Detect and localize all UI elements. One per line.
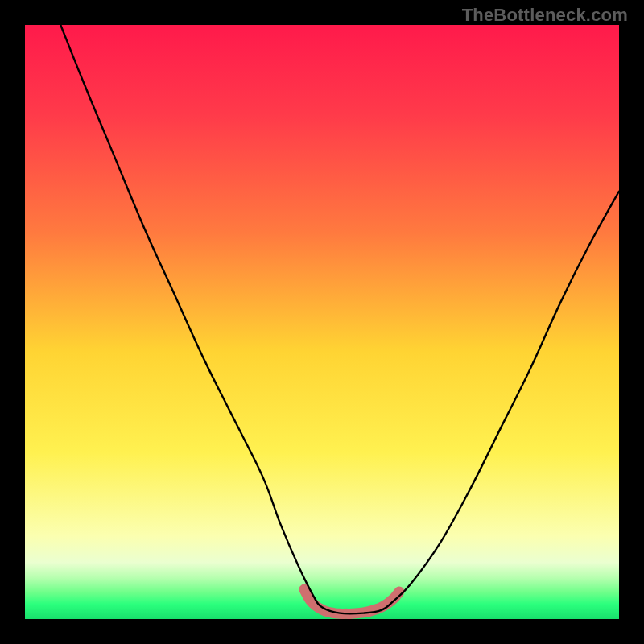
curve-layer (25, 25, 619, 619)
plot-area (25, 25, 619, 619)
watermark: TheBottleneck.com (462, 5, 628, 26)
chart-frame: TheBottleneck.com (0, 0, 644, 644)
trough-band (304, 589, 399, 613)
bottleneck-curve (60, 25, 619, 613)
